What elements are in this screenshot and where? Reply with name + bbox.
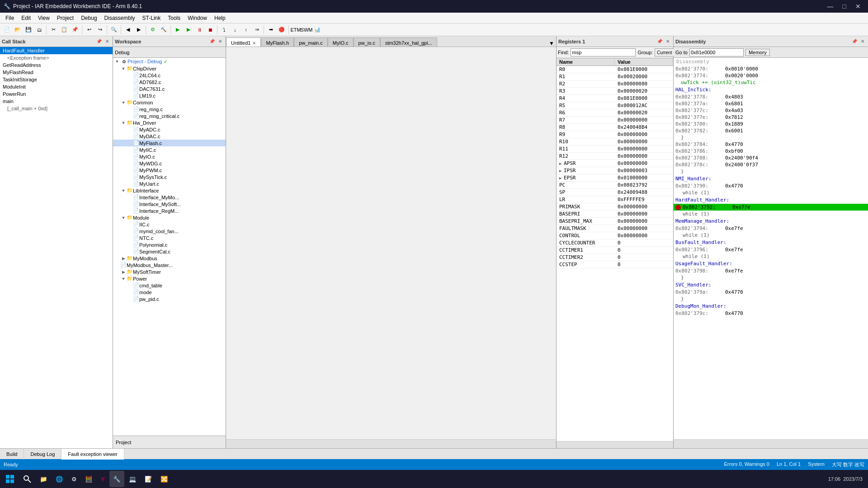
table-row[interactable]: ▶EPSR0x01000000 [557,174,673,182]
table-row[interactable]: ▶IPSR0x00000003 [557,167,673,174]
table-row[interactable]: CCSTEP0 [557,261,673,268]
tab-myio-c[interactable]: MyIO.c [328,38,354,47]
table-row[interactable]: FAULTMASK0x00000000 [557,225,673,232]
table-row[interactable]: R70x00000000 [557,117,673,124]
dis-row[interactable]: 0x802'379c:0x4770 [674,310,868,317]
list-item[interactable]: 📄MyIIC.c [113,146,226,153]
search-taskbar-button[interactable] [19,471,35,487]
tree-toggle[interactable]: ▼ [120,277,127,281]
close-button[interactable]: ✕ [852,2,864,11]
tree-toggle[interactable]: ▼ [120,188,127,193]
nav-prev-button[interactable]: ◀ [123,25,133,35]
editor-body[interactable] [226,47,556,439]
make-button[interactable]: ⚙ [148,25,158,35]
callstack-item[interactable]: ModuleInit [0,83,113,90]
dis-row[interactable]: 0x802'3782:0x6001 [674,127,868,134]
goto-input[interactable] [689,48,744,56]
list-item[interactable]: 📄MyPWM.c [113,167,226,174]
tree-toggle[interactable]: ▼ [120,66,127,71]
menu-help[interactable]: Help [211,13,229,23]
workspace-pin-button[interactable]: 📌 [208,38,216,45]
table-row[interactable]: R80x240048B4 [557,124,673,131]
table-row[interactable]: BASEPRI0x00000000 [557,211,673,218]
tab-debug-log[interactable]: Debug Log [24,449,61,460]
dis-row[interactable]: 0x802'3774:0x0020'0000 [674,72,868,79]
break-button[interactable]: ⏸ [194,25,204,35]
save-all-button[interactable]: 🗂 [34,25,44,35]
dis-row[interactable]: 0x802'3780:0x1889 [674,121,868,127]
dis-row[interactable]: 0x802'3786:0xbf00 [674,148,868,155]
callstack-item[interactable]: HardFault_Handler [0,47,113,54]
paste-button[interactable]: 📌 [70,25,80,35]
list-item[interactable]: 📄Polynomial.c [113,241,226,248]
list-item[interactable]: 📄reg_mng_critical.c [113,113,226,119]
table-row[interactable]: CONTROL0x00000000 [557,232,673,239]
registers-scrollbar[interactable] [557,441,673,448]
table-row[interactable]: R40x081E0000 [557,95,673,102]
todo-taskbar-button[interactable]: 📝 [141,471,156,487]
list-item[interactable]: 📄Interface_MyMo... [113,194,226,201]
menu-edit[interactable]: Edit [18,13,34,23]
tree-toggle[interactable]: ▶ [120,256,127,261]
list-item[interactable]: 📄MyWDG.c [113,160,226,167]
swm-button[interactable]: SWM [302,25,311,35]
next-stmt-button[interactable]: ⇒ [252,25,262,35]
callstack-item[interactable]: TaskInitStorage [0,76,113,83]
tree-root-item[interactable]: ▼ ⚙ Project - Debug ✓ [113,58,226,65]
step-into-button[interactable]: ↓ [230,25,240,35]
tree-folder-mymodbus[interactable]: ▶ 📁 MyModbus [113,255,226,262]
set-bp-button[interactable]: 🔴 [277,25,287,35]
dis-row[interactable]: 0x802'3790:0x4770 [674,183,868,189]
callstack-item[interactable]: main [0,98,113,105]
tree-folder-mysofttimer[interactable]: ▶ 📁 MySoftTimer [113,268,226,275]
calculator-taskbar-button[interactable]: 🧮 [81,471,96,487]
copy-button[interactable]: 📋 [59,25,69,35]
compile-button[interactable]: 🔨 [159,25,169,35]
settings-taskbar-button[interactable]: ⚙ [68,471,80,487]
nav-next-button[interactable]: ▶ [134,25,144,35]
tab-bar-arrow[interactable]: ▼ [549,40,556,47]
menu-disassembly[interactable]: Disassembly [101,13,139,23]
table-row[interactable]: SP0x24009488 [557,189,673,196]
table-row[interactable]: R00x081E0000 [557,66,673,73]
dis-row[interactable]: 0x802'378c:0x2400'0f37 [674,161,868,168]
tree-folder-common[interactable]: ▼ 📁 Common [113,99,226,106]
list-item[interactable]: 📄SegmentCal.c [113,248,226,255]
callstack-item[interactable]: PowerRun [0,90,113,98]
menu-view[interactable]: View [34,13,53,23]
tab-myflash-h[interactable]: MyFlash.h [261,38,294,47]
maximize-button[interactable]: □ [839,2,850,11]
find-input[interactable] [571,48,636,56]
tree-folder-module[interactable]: ▼ 📁 Module [113,214,226,221]
tab-pw-main-c[interactable]: pw_main.c [294,38,328,47]
callstack-item[interactable]: <Exception frame> [0,54,113,61]
tree-toggle[interactable]: ▼ [120,100,127,105]
disassembly-pin-button[interactable]: 📌 [851,38,858,45]
menu-debug[interactable]: Debug [77,13,100,23]
tree-toggle[interactable]: ▼ [120,216,127,220]
callstack-pin-button[interactable]: 📌 [95,38,103,45]
table-row[interactable]: PRIMASK0x00000000 [557,203,673,211]
list-item[interactable]: 📄cmd_table [113,282,226,289]
dis-row[interactable]: 0x802'3788:0x2400'90f4 [674,155,868,161]
table-row[interactable]: CYCLECOUNTER0 [557,239,673,247]
table-row[interactable]: R90x00000000 [557,131,673,138]
step-out-button[interactable]: ↑ [241,25,251,35]
cut-button[interactable]: ✂ [48,25,58,35]
tab-untitled1[interactable]: Untitled1 ✕ [226,38,261,47]
stop-button[interactable]: ⏹ [205,25,215,35]
undo-button[interactable]: ↩ [84,25,94,35]
edge-taskbar-button[interactable]: 🌐 [52,471,67,487]
table-row[interactable]: R20x00000080 [557,80,673,88]
list-item[interactable]: 📄MyADC.c [113,126,226,133]
list-item[interactable]: 📄MyModbus_Master... [113,262,226,268]
files-taskbar-button[interactable]: 📁 [36,471,51,487]
menu-window[interactable]: Window [184,13,211,23]
step-over-button[interactable]: ⤵ [219,25,229,35]
menu-stlink[interactable]: ST-Link [139,13,165,23]
memory-button[interactable]: Memory [745,49,770,56]
dis-row[interactable]: 0x802'3794:0xe7fe [674,225,868,232]
search-button[interactable]: 🔍 [109,25,119,35]
dis-row[interactable]: 0x802'3784:0x4770 [674,141,868,148]
table-row[interactable]: R60x00000020 [557,109,673,117]
